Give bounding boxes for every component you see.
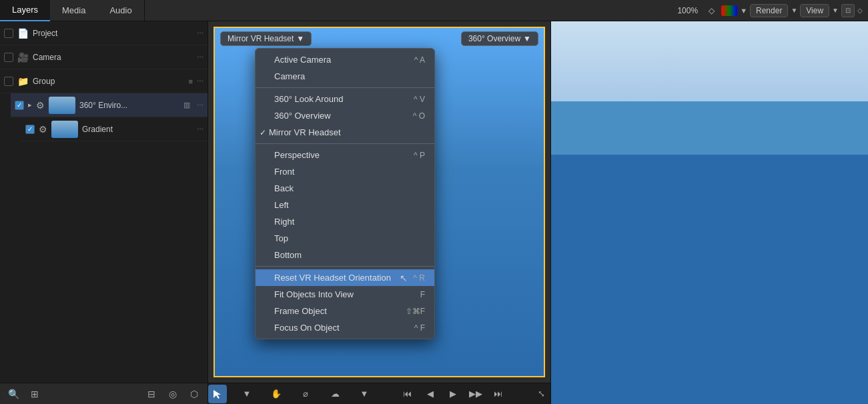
menu-item-bottom[interactable]: Bottom	[256, 247, 434, 263]
dropdown-trigger-label: Mirror VR Headset	[228, 34, 294, 43]
menu-item-focus-object[interactable]: Focus On Object ^ F	[256, 319, 434, 336]
transport-prev-icon[interactable]: ◀	[421, 385, 440, 403]
view-chevron[interactable]: ▼	[832, 7, 839, 14]
canvas-wrapper: Mirror VR Headset ▼ 360° Overview ▼	[208, 21, 550, 404]
toolbar-chevron2-icon[interactable]: ▼	[355, 385, 374, 403]
hex-button[interactable]: ⬡	[186, 386, 202, 402]
menu-item-top[interactable]: Top	[256, 230, 434, 247]
cursor-indicator: ↖	[400, 273, 408, 283]
layer-checkbox-group[interactable]	[4, 77, 13, 86]
view-dropdown-trigger[interactable]: Mirror VR Headset ▼	[220, 31, 312, 46]
canvas-frame[interactable]: Mirror VR Headset ▼ 360° Overview ▼	[213, 27, 545, 377]
separator-1	[256, 87, 434, 88]
menu-item-fit-objects[interactable]: Fit Objects Into View F	[256, 286, 434, 303]
canvas-inner: Mirror VR Headset ▼ 360° Overview ▼	[208, 21, 550, 383]
shortcut-focus-object: ^ F	[414, 323, 425, 333]
layer-item-camera[interactable]: 🎥 Camera ⋯	[0, 45, 207, 69]
layer-icon-env: ⚙	[36, 100, 45, 111]
menu-item-front[interactable]: Front	[256, 163, 434, 180]
window-icon[interactable]: ⊡	[841, 4, 855, 17]
transport-back-icon[interactable]: ⏮	[398, 385, 417, 403]
menu-label-top: Top	[274, 233, 425, 243]
shortcut-perspective: ^ P	[414, 151, 425, 160]
menu-item-left[interactable]: Left	[256, 197, 434, 213]
view-button[interactable]: View	[800, 4, 829, 17]
layout-button[interactable]: ⊞	[27, 386, 43, 402]
tab-media[interactable]: Media	[50, 0, 97, 21]
layer-badge-group: ⋯	[197, 77, 203, 85]
tab-group: Layers Media Audio	[0, 0, 145, 21]
sidebar: 📄 Project ⋯ 🎥 Camera ⋯ 📁 Group ≡ ⋯ ▸ ⚙ 3…	[0, 21, 208, 404]
layer-icon-group: 📁	[17, 76, 29, 87]
render-button[interactable]: Render	[750, 4, 788, 17]
right-panel-content	[551, 21, 868, 404]
layer-item-group[interactable]: 📁 Group ≡ ⋯	[0, 69, 207, 93]
color-mode[interactable]	[721, 5, 737, 16]
transport-end-icon[interactable]: ⏭	[489, 385, 508, 403]
shortcut-active-camera: ^ A	[414, 55, 425, 65]
menu-item-camera[interactable]: Camera	[256, 68, 434, 85]
top-bar: Layers Media Audio 100% ◇ ▼ Render ▼ Vie…	[0, 0, 868, 21]
menu-label-left: Left	[274, 200, 425, 210]
render-chevron[interactable]: ▼	[791, 7, 797, 14]
color-chevron[interactable]: ▼	[740, 7, 747, 15]
menu-item-360-overview[interactable]: 360° Overview ^ O	[256, 107, 434, 124]
grid-button[interactable]: ⊟	[143, 386, 159, 402]
toolbar-end-icon[interactable]: ⤡	[532, 385, 550, 403]
layer-checkbox-camera[interactable]	[4, 53, 13, 62]
shortcut-fit-objects: F	[420, 290, 425, 299]
menu-item-mirror-vr[interactable]: ✓ Mirror VR Headset	[256, 124, 434, 141]
overview-360-trigger[interactable]: 360° Overview ▼	[461, 31, 538, 46]
toolbar-chevron-icon[interactable]: ▼	[238, 385, 256, 403]
toolbar-orbit-icon[interactable]: ⌀	[296, 385, 315, 403]
layer-item-gradient[interactable]: ⚙ Gradient ⋯	[21, 117, 207, 141]
layer-checkbox-env[interactable]	[15, 101, 24, 110]
view-dropdown-menu: Active Camera ^ A Camera 360° Look Aroun…	[255, 48, 435, 339]
toolbar-select-icon[interactable]	[208, 385, 227, 403]
search-button[interactable]: 🔍	[5, 386, 21, 402]
target-button[interactable]: ◎	[165, 386, 181, 402]
toolbar-cloud-icon[interactable]: ☁	[326, 385, 344, 403]
menu-label-camera: Camera	[274, 71, 425, 81]
toolbar-hand-icon[interactable]: ✋	[267, 385, 286, 403]
layer-item-project[interactable]: 📄 Project ⋯	[0, 21, 207, 45]
layer-label-gradient: Gradient	[82, 125, 193, 134]
layer-expand-env[interactable]: ▸	[28, 101, 32, 109]
layer-badge-project: ⋯	[197, 29, 203, 37]
right-panel-blue-mid	[551, 101, 868, 155]
layer-checkbox-gradient[interactable]	[25, 125, 35, 134]
menu-label-fit-objects: Fit Objects Into View	[274, 289, 420, 299]
menu-item-active-camera[interactable]: Active Camera ^ A	[256, 51, 434, 68]
layer-badge-gradient: ⋯	[197, 125, 203, 133]
menu-item-reset-vr[interactable]: Reset VR Headset Orientation ^ R ↖	[256, 269, 434, 286]
layer-extra-group: ≡	[189, 77, 193, 85]
shortcut-reset-vr: ^ R	[413, 273, 425, 283]
transport-play-icon[interactable]: ▶	[444, 385, 462, 403]
layer-checkbox-project[interactable]	[4, 29, 13, 38]
zoom-chevron[interactable]: ◇	[705, 6, 719, 15]
transport-next-icon[interactable]: ▶▶	[466, 385, 485, 403]
menu-item-perspective[interactable]: Perspective ^ P	[256, 147, 434, 163]
layer-extra-env: ▥	[183, 101, 190, 109]
layer-item-env[interactable]: ▸ ⚙ 360° Enviro... ▥ ⋯	[11, 93, 207, 117]
tab-audio[interactable]: Audio	[97, 0, 143, 21]
window-chevron[interactable]: ◇	[857, 7, 863, 14]
menu-item-back[interactable]: Back	[256, 180, 434, 197]
separator-3	[256, 266, 434, 267]
right-panel-blue-top	[551, 21, 868, 101]
shortcut-frame-object: ⇧⌘F	[406, 307, 425, 316]
right-panel	[550, 21, 868, 404]
top-bar-right: 100% ◇ ▼ Render ▼ View ▼ ⊡ ◇	[673, 4, 868, 17]
global-bottom-toolbar: ▼ ✋ ⌀ ☁ ▼ ⏮ ◀ ▶ ▶▶ ⏭ ⤡	[208, 383, 550, 404]
layer-label-camera: Camera	[33, 53, 193, 62]
menu-label-active-camera: Active Camera	[274, 55, 414, 65]
menu-item-right[interactable]: Right	[256, 213, 434, 230]
menu-item-360-look[interactable]: 360° Look Around ^ V	[256, 91, 434, 107]
menu-item-frame-object[interactable]: Frame Object ⇧⌘F	[256, 303, 434, 319]
separator-2	[256, 143, 434, 144]
sidebar-footer: 🔍 ⊞ ⊟ ◎ ⬡	[0, 383, 207, 404]
overview-360-label: 360° Overview	[468, 34, 520, 43]
header-dropdown-area: Mirror VR Headset ▼	[220, 31, 312, 46]
layer-thumb-gradient	[51, 121, 78, 138]
tab-layers[interactable]: Layers	[0, 0, 50, 21]
